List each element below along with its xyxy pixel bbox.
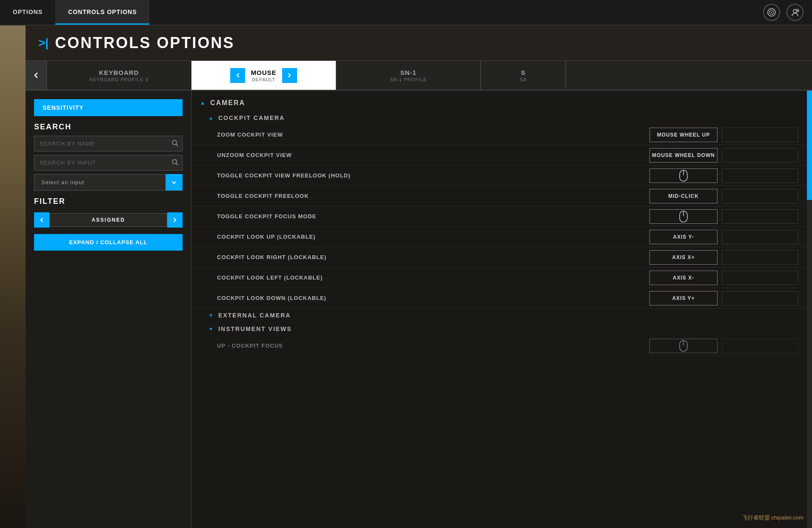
binding-toggle-focus-secondary[interactable] [722, 209, 798, 224]
tab-keyboard-name: KEYBOARD [99, 69, 139, 76]
filter-prev-button[interactable] [34, 212, 49, 228]
binding-look-up-name: COCKPIT LOOK UP (LOCKABLE) [217, 234, 649, 240]
binding-look-down-secondary[interactable] [722, 291, 798, 305]
subcategory-external-camera[interactable]: ▼ EXTERNAL CAMERA [192, 308, 807, 322]
binding-toggle-freelook-hold-secondary[interactable] [722, 168, 798, 183]
achievements-icon[interactable] [763, 4, 780, 21]
binding-row-unzoom-cockpit: UNZOOM COCKPIT VIEW MOUSE WHEEL DOWN [192, 145, 807, 166]
binding-row-look-right: COCKPIT LOOK RIGHT (LOCKABLE) AXIS X+ [192, 247, 807, 268]
search-name-icon [172, 140, 178, 148]
select-input[interactable]: Select an input [34, 174, 183, 191]
subcategory-cockpit-camera[interactable]: ▲ COCKPIT CAMERA [192, 111, 807, 125]
filter-label: FILTER [34, 197, 183, 206]
left-sidebar: SENSITIVITY SEARCH [26, 91, 192, 528]
main-panel: >| CONTROLS OPTIONS KEYBOARD KEYBOARD PR… [26, 26, 812, 528]
binding-look-right-name: COCKPIT LOOK RIGHT (LOCKABLE) [217, 254, 649, 260]
filter-section: FILTER ASSIGNED [34, 197, 183, 228]
tab-mouse-name: MOUSE [251, 69, 276, 76]
binding-look-up-primary[interactable]: AXIS Y- [649, 230, 718, 244]
svg-line-6 [176, 144, 178, 146]
profile-icon[interactable] [786, 4, 803, 21]
subcategory-external-camera-label: EXTERNAL CAMERA [218, 312, 291, 319]
instrument-views-chevron: ▼ [209, 326, 214, 331]
camera-chevron: ▲ [200, 100, 206, 106]
binding-unzoom-cockpit-secondary[interactable] [722, 148, 798, 163]
binding-zoom-cockpit-secondary[interactable] [722, 128, 798, 142]
binding-zoom-cockpit-name: ZOOM COCKPIT VIEW [217, 131, 649, 138]
subcategory-cockpit-camera-label: COCKPIT CAMERA [218, 114, 285, 121]
tab-s-name: S [521, 69, 526, 76]
search-by-input-input[interactable] [34, 155, 183, 171]
page-header: >| CONTROLS OPTIONS [26, 26, 812, 61]
binding-toggle-freelook-hold-name: TOGGLE COCKPIT VIEW FREELOOK (HOLD) [217, 172, 649, 179]
binding-row-toggle-freelook-hold: TOGGLE COCKPIT VIEW FREELOOK (HOLD) [192, 166, 807, 186]
tab-sn1-name: SN-1 [400, 69, 416, 76]
binding-partial-primary[interactable] [649, 339, 718, 353]
subcategory-instrument-views[interactable]: ▼ INSTRUMENT VIEWS [192, 322, 807, 336]
scrollbar[interactable] [807, 91, 812, 528]
search-by-input-wrap [34, 155, 183, 171]
binding-partial-name: UP - COCKPIT FOCUS [217, 342, 649, 349]
search-label: SEARCH [34, 123, 183, 131]
search-input-icon [172, 159, 178, 167]
binding-look-right-primary[interactable]: AXIS X+ [649, 250, 718, 265]
search-by-name-input[interactable] [34, 136, 183, 151]
binding-row-look-left: COCKPIT LOOK LEFT (LOCKABLE) AXIS X- [192, 268, 807, 288]
external-camera-chevron: ▼ [209, 313, 214, 318]
content-area: SENSITIVITY SEARCH [26, 91, 812, 528]
binding-row-look-down: COCKPIT LOOK DOWN (LOCKABLE) AXIS Y+ [192, 288, 807, 308]
tab-options[interactable]: OPTIONS [0, 0, 55, 25]
tab-prev-button[interactable] [26, 61, 47, 90]
binding-look-left-name: COCKPIT LOOK LEFT (LOCKABLE) [217, 274, 649, 281]
tab-sn1[interactable]: SN-1 SN-1 PROFILE [336, 61, 481, 90]
binding-look-left-secondary[interactable] [722, 271, 798, 285]
tab-mouse[interactable]: MOUSE DEFAULT [192, 61, 336, 90]
filter-next-button[interactable] [167, 212, 183, 228]
search-section: SEARCH [34, 123, 183, 191]
page-title: CONTROLS OPTIONS [55, 34, 234, 52]
binding-toggle-freelook-primary[interactable]: MID-CLICK [649, 189, 718, 203]
binding-unzoom-cockpit-primary[interactable]: MOUSE WHEEL DOWN [649, 148, 718, 163]
sensitivity-button[interactable]: SENSITIVITY [34, 99, 183, 116]
category-camera[interactable]: ▲ CAMERA [192, 95, 807, 111]
filter-value: ASSIGNED [49, 213, 167, 227]
watermark: 飞行者联盟 chipalier.com [742, 514, 803, 522]
binding-partial-secondary[interactable] [722, 339, 798, 353]
device-tabs: KEYBOARD KEYBOARD PROFILE 3 MOUSE DEFAUL… [26, 61, 812, 91]
svg-line-8 [176, 163, 178, 165]
select-input-wrap: Select an input [34, 174, 183, 191]
mouse-next-button[interactable] [282, 68, 297, 83]
binding-toggle-freelook-secondary[interactable] [722, 189, 798, 203]
binding-look-down-name: COCKPIT LOOK DOWN (LOCKABLE) [217, 295, 649, 301]
bindings-area[interactable]: ▲ CAMERA ▲ COCKPIT CAMERA ZOOM COCKPIT V… [192, 91, 807, 528]
binding-toggle-focus-primary[interactable] [649, 209, 718, 224]
binding-row-toggle-freelook: TOGGLE COCKPIT FREELOOK MID-CLICK [192, 186, 807, 206]
cockpit-camera-chevron: ▲ [209, 115, 214, 120]
svg-point-2 [771, 12, 772, 13]
tab-s-sub: SA [520, 77, 527, 82]
mouse-prev-button[interactable] [230, 68, 245, 83]
tab-keyboard[interactable]: KEYBOARD KEYBOARD PROFILE 3 [47, 61, 192, 90]
subcategory-instrument-views-label: INSTRUMENT VIEWS [218, 325, 292, 332]
binding-look-up-secondary[interactable] [722, 230, 798, 244]
binding-row-zoom-cockpit: ZOOM COCKPIT VIEW MOUSE WHEEL UP [192, 125, 807, 145]
tab-keyboard-sub: KEYBOARD PROFILE 3 [89, 77, 148, 82]
tab-s[interactable]: S SA [481, 61, 566, 90]
binding-unzoom-cockpit-name: UNZOOM COCKPIT VIEW [217, 152, 649, 158]
scrollbar-thumb[interactable] [807, 91, 812, 200]
binding-zoom-cockpit-primary[interactable]: MOUSE WHEEL UP [649, 128, 718, 142]
search-by-name-wrap [34, 136, 183, 151]
tab-controls-options[interactable]: CONTROLS OPTIONS [55, 0, 149, 25]
binding-row-look-up: COCKPIT LOOK UP (LOCKABLE) AXIS Y- [192, 227, 807, 247]
binding-row-toggle-focus: TOGGLE COCKPIT FOCUS MODE [192, 206, 807, 227]
expand-collapse-button[interactable]: EXPAND / COLLAPSE ALL [34, 234, 183, 251]
filter-nav: ASSIGNED [34, 212, 183, 228]
binding-look-left-primary[interactable]: AXIS X- [649, 271, 718, 285]
binding-toggle-freelook-hold-primary[interactable] [649, 168, 718, 183]
binding-row-partial: UP - COCKPIT FOCUS [192, 336, 807, 356]
binding-look-down-primary[interactable]: AXIS Y+ [649, 291, 718, 305]
nav-icons [763, 0, 812, 25]
top-nav: OPTIONS CONTROLS OPTIONS [0, 0, 812, 26]
select-dropdown-icon[interactable] [166, 174, 183, 191]
binding-look-right-secondary[interactable] [722, 250, 798, 265]
